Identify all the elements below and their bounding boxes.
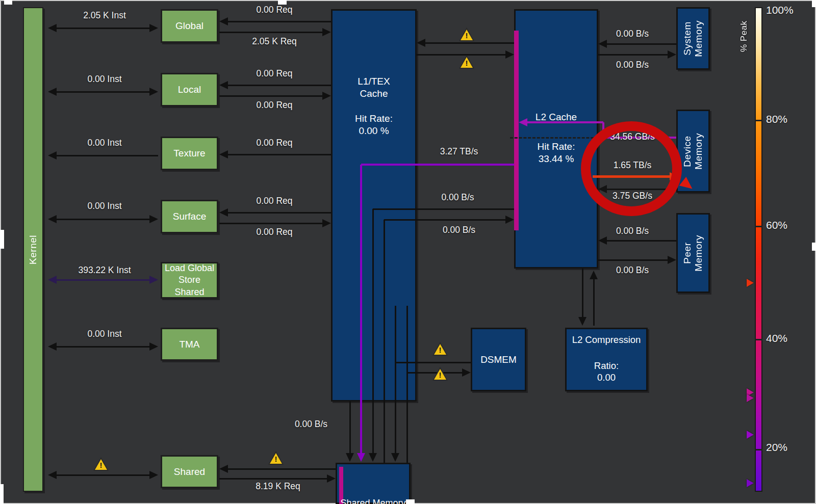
- arrow-segment: [593, 278, 595, 326]
- l1-title: L1/TEX Cache: [331, 75, 417, 100]
- arrow-segment: [361, 164, 514, 166]
- flow-label: 0.00 B/s: [408, 225, 510, 236]
- arrow-segment: [598, 54, 669, 56]
- tma-label: TMA: [179, 339, 199, 350]
- node-kernel[interactable]: Kernel: [23, 7, 43, 492]
- arrow-segment: [373, 208, 514, 210]
- flow-label: 0.00 Req: [223, 5, 325, 16]
- warning-icon: !: [93, 457, 109, 471]
- arrow-segment: [349, 402, 351, 455]
- colorbar-tick: 100%: [766, 4, 794, 16]
- colorbar-tick: 80%: [766, 113, 787, 125]
- arrow-segment: [219, 95, 324, 97]
- arrow-segment: [55, 219, 151, 220]
- arrow-segment: [55, 279, 151, 281]
- selection-handle[interactable]: [0, 484, 4, 504]
- flow-label: 0.00 Req: [223, 100, 325, 111]
- colorbar-marker: [747, 431, 754, 439]
- node-global[interactable]: Global: [161, 9, 218, 43]
- arrow-segment: [372, 209, 374, 455]
- node-peer-memory[interactable]: Peer Memory: [676, 213, 710, 293]
- selection-handle[interactable]: [812, 243, 816, 251]
- arrow-segment: [226, 85, 331, 86]
- arrow-segment: [360, 165, 362, 455]
- flow-label: 3.27 TB/s: [408, 146, 510, 157]
- selection-handle[interactable]: [406, 499, 415, 504]
- selection-handle[interactable]: [278, 0, 287, 5]
- flow-label: 0.00 Req: [223, 138, 325, 149]
- arrow-segment: [605, 43, 676, 45]
- flow-label: 0.00 B/s: [586, 29, 678, 40]
- selection-handle[interactable]: [4, 0, 12, 5]
- warning-icon: !: [459, 55, 474, 69]
- arrow-segment: [406, 306, 408, 463]
- arrow-segment: [226, 468, 336, 470]
- arrow-segment: [219, 223, 324, 224]
- arrow-segment: [226, 21, 331, 22]
- flow-label: 0.00 B/s: [408, 192, 507, 203]
- node-tma[interactable]: TMA: [161, 328, 218, 361]
- arrow-segment: [395, 306, 396, 455]
- arrow-segment: [219, 478, 328, 480]
- node-local[interactable]: Local: [161, 73, 218, 107]
- colorbar-tick-mark: [755, 226, 762, 227]
- arrow-segment: [55, 474, 151, 476]
- colorbar-tick: 20%: [766, 441, 787, 454]
- arrow-segment: [55, 155, 158, 156]
- colorbar-marker: [747, 279, 754, 287]
- selection-handle[interactable]: [812, 0, 816, 7]
- arrow-segment: [55, 346, 151, 348]
- arrow-segment: [605, 240, 676, 242]
- memory-workload-analysis-chart: Kernel Global Local Texture Surface Load…: [0, 0, 816, 504]
- red-circle-annotation: [581, 121, 682, 216]
- shared-memory-label: Shared Memory: [336, 497, 411, 504]
- warning-icon: !: [432, 342, 448, 356]
- flow-label: 0.00 Req: [223, 196, 325, 207]
- arrow-segment: [384, 219, 507, 221]
- colorbar-tick-mark: [755, 339, 762, 340]
- node-surface[interactable]: Surface: [161, 200, 218, 233]
- colorbar-tick-mark: [755, 449, 762, 450]
- arrow-segment: [598, 259, 669, 261]
- flow-label: 0.00 B/s: [586, 226, 678, 237]
- arrow-segment: [384, 220, 385, 463]
- node-texture[interactable]: Texture: [161, 137, 218, 170]
- percent-peak-colorbar: [755, 7, 762, 492]
- local-label: Local: [178, 84, 201, 95]
- warning-icon: !: [459, 28, 474, 41]
- arrow-segment: [226, 212, 331, 214]
- l2-compression-title: L2 Compression: [565, 334, 648, 346]
- arrow-segment: [55, 28, 151, 29]
- node-device-memory[interactable]: Device Memory: [676, 110, 710, 193]
- selection-handle[interactable]: [0, 230, 4, 249]
- flow-label: 0.00 Req: [223, 68, 325, 79]
- shared-label: Shared: [174, 466, 205, 478]
- flow-label: 0.00 B/s: [586, 265, 678, 276]
- system-memory-label: System Memory: [682, 20, 704, 57]
- l2-compression-ratio: Ratio: 0.00: [565, 360, 648, 384]
- colorbar-marker: [747, 479, 754, 487]
- arrow-segment: [526, 121, 603, 123]
- arrow-segment: [582, 269, 583, 319]
- flow-label: 0.00 Inst: [51, 329, 158, 340]
- arrow-segment: [55, 91, 151, 93]
- l2-port-strip: [514, 31, 519, 230]
- flow-label: 2.05 K Inst: [51, 10, 158, 21]
- flow-label: 0.00 Req: [223, 227, 325, 238]
- node-shared[interactable]: Shared: [161, 455, 218, 488]
- device-memory-label: Device Memory: [682, 133, 704, 170]
- node-load-global-store-shared[interactable]: Load Global Store Shared: [161, 262, 218, 299]
- warning-icon: !: [432, 367, 448, 381]
- flow-label: 2.05 K Req: [223, 36, 325, 47]
- colorbar-tick: 40%: [766, 332, 787, 344]
- node-system-memory[interactable]: System Memory: [676, 7, 710, 70]
- node-l2-cache[interactable]: [514, 9, 598, 269]
- colorbar-title: % Peak: [738, 8, 749, 64]
- arrow-segment: [424, 42, 514, 44]
- arrow-segment: [219, 32, 324, 33]
- colorbar-tick: 60%: [766, 219, 787, 231]
- flow-label: 393.22 K Inst: [48, 265, 161, 276]
- node-dsmem[interactable]: DSMEM: [471, 328, 526, 391]
- node-l1-tex-cache[interactable]: [331, 9, 417, 402]
- global-label: Global: [175, 20, 203, 32]
